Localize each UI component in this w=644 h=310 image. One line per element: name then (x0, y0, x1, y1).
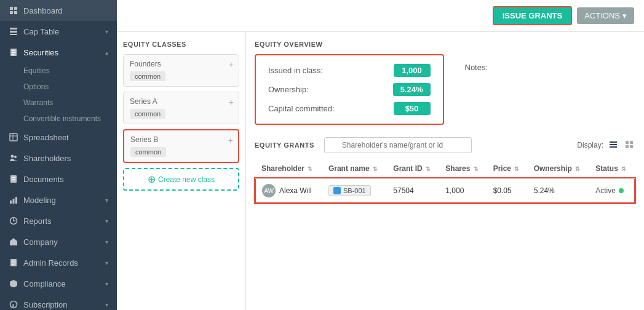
equity-class-series-b[interactable]: + Series B common (123, 129, 239, 163)
sidebar-item-warrants[interactable]: Warrants (23, 95, 117, 111)
ownership-label: Ownership: (268, 85, 309, 94)
col-grant-id[interactable]: Grant ID ⇅ (387, 159, 439, 178)
notes-box: Notes: (456, 54, 636, 125)
issue-grants-button[interactable]: ISSUE GRANTS (493, 6, 573, 25)
top-bar: ISSUE GRANTS ACTIONS ▾ (117, 0, 644, 32)
equity-classes-panel: EQUITY CLASSES + Founders common + Serie… (117, 32, 246, 310)
svg-marker-24 (10, 238, 17, 241)
add-icon[interactable]: + (228, 135, 233, 145)
equity-class-founders[interactable]: + Founders common (123, 54, 239, 87)
status-cell: Active (589, 178, 635, 203)
sidebar-item-cap-table[interactable]: Cap Table ▾ (0, 21, 117, 42)
list-view-icon[interactable] (607, 138, 619, 153)
sort-icon: ⇅ (426, 166, 431, 172)
compliance-icon (9, 279, 18, 288)
sidebar-item-spreadsheet[interactable]: Spreadsheet (0, 127, 117, 148)
sidebar-item-dashboard[interactable]: Dashboard (0, 0, 117, 21)
grant-name-badge: SB-001 (328, 185, 371, 196)
equity-overview-section: EQUITY OVERVIEW Issued in class: 1,000 O… (255, 41, 635, 125)
ownership-cell: 5.24% (528, 178, 589, 203)
display-toggle: Display: (577, 138, 635, 153)
equity-class-series-a[interactable]: + Series A common (123, 92, 239, 124)
equity-classes-title: EQUITY CLASSES (123, 41, 239, 48)
svg-rect-9 (12, 52, 15, 53)
add-icon[interactable]: + (229, 60, 234, 70)
add-icon[interactable]: + (229, 97, 234, 107)
sidebar-item-company[interactable]: Company ▾ (0, 231, 117, 252)
sidebar-item-options[interactable]: Options (23, 79, 117, 95)
actions-label: ACTIONS (584, 11, 620, 20)
grants-table: Shareholder ⇅ Grant name ⇅ Grant ID ⇅ Sh… (255, 159, 635, 204)
svg-rect-2 (10, 11, 13, 14)
securities-icon (9, 47, 18, 57)
sidebar-item-compliance[interactable]: Compliance ▾ (0, 273, 117, 294)
svg-rect-3 (14, 11, 17, 14)
svg-point-14 (11, 155, 14, 158)
chevron-up-icon: ▴ (105, 49, 108, 56)
create-label: Create new class (158, 175, 215, 184)
issued-label: Issued in class: (268, 66, 323, 75)
grants-title-area: EQUITY GRANTS 🔍 (255, 137, 472, 153)
sort-icon: ⇅ (373, 166, 378, 172)
dashboard-icon (9, 6, 18, 15)
sidebar-item-label: Company (23, 237, 100, 247)
company-icon (9, 237, 18, 247)
sidebar-item-shareholders[interactable]: Shareholders (0, 148, 117, 169)
svg-rect-18 (12, 179, 15, 180)
sidebar-item-securities[interactable]: Securities ▴ (0, 42, 117, 63)
display-label: Display: (577, 141, 603, 149)
col-status[interactable]: Status ⇅ (589, 159, 635, 178)
chevron-down-icon: ▾ (105, 280, 108, 287)
sidebar-item-subscription[interactable]: $ Subscription ▾ (0, 294, 117, 310)
class-name: Series A (130, 97, 233, 106)
sidebar-item-label: Modeling (23, 196, 100, 205)
overview-row-issued: Issued in class: 1,000 (268, 64, 431, 77)
col-price[interactable]: Price ⇅ (487, 159, 528, 178)
svg-rect-1 (14, 7, 17, 10)
class-name: Founders (130, 60, 233, 68)
sidebar-item-convertible[interactable]: Convertible instruments (23, 111, 117, 127)
actions-button[interactable]: ACTIONS ▾ (577, 7, 634, 24)
modeling-icon (9, 195, 18, 205)
svg-rect-8 (12, 50, 15, 51)
svg-rect-36 (626, 141, 629, 144)
col-shareholder[interactable]: Shareholder ⇅ (255, 159, 322, 178)
right-panel: EQUITY OVERVIEW Issued in class: 1,000 O… (246, 32, 644, 310)
documents-icon (9, 174, 18, 184)
svg-rect-34 (610, 144, 617, 145)
sidebar-item-label: Compliance (23, 279, 100, 288)
overview-row-ownership: Ownership: 5.24% (268, 83, 431, 96)
svg-rect-26 (12, 261, 15, 261)
capital-label: Capital committed: (268, 104, 335, 113)
equity-overview-title: EQUITY OVERVIEW (255, 41, 635, 48)
svg-rect-19 (10, 201, 12, 204)
chevron-down-icon: ▾ (105, 28, 108, 35)
class-type: common (130, 109, 165, 119)
sidebar-item-modeling[interactable]: Modeling ▾ (0, 189, 117, 210)
svg-point-15 (14, 156, 17, 158)
col-shares[interactable]: Shares ⇅ (439, 159, 487, 178)
shareholder-cell: AW Alexa Will (255, 178, 322, 203)
grant-name-cell: SB-001 (322, 178, 387, 203)
sidebar-item-admin-records[interactable]: Admin Records ▾ (0, 252, 117, 273)
table-header-row: Shareholder ⇅ Grant name ⇅ Grant ID ⇅ Sh… (255, 159, 635, 178)
shareholder-info: AW Alexa Will (262, 184, 316, 197)
chevron-down-icon: ▾ (105, 218, 108, 225)
table-row[interactable]: AW Alexa Will SB-001 57504 (255, 178, 635, 203)
sidebar-item-label: Documents (23, 175, 108, 184)
securities-subnav: Equities Options Warrants Convertible in… (0, 63, 117, 127)
status-active: Active (595, 186, 628, 195)
svg-rect-10 (12, 54, 14, 55)
sidebar-item-equities[interactable]: Equities (23, 63, 117, 79)
sidebar: Dashboard Cap Table ▾ Securities ▴ Equit… (0, 0, 117, 310)
create-new-class-button[interactable]: ⊕ Create new class (123, 168, 239, 191)
search-input[interactable] (324, 137, 472, 153)
col-grant-name[interactable]: Grant name ⇅ (322, 159, 387, 178)
grid-view-icon[interactable] (623, 138, 635, 153)
sort-icon: ⇅ (514, 166, 519, 172)
svg-rect-21 (15, 197, 17, 204)
sidebar-item-reports[interactable]: Reports ▾ (0, 210, 117, 231)
notes-label: Notes: (465, 63, 488, 72)
col-ownership[interactable]: Ownership ⇅ (528, 159, 589, 178)
sidebar-item-documents[interactable]: Documents (0, 169, 117, 189)
